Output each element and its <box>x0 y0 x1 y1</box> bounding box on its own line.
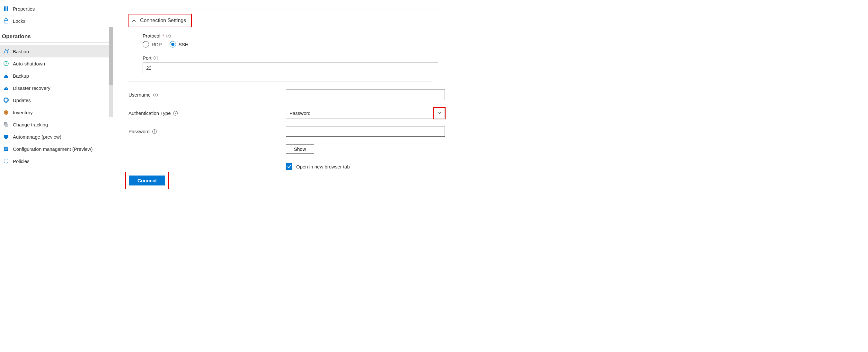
protocol-label: Protocol * i <box>143 33 868 38</box>
clock-icon <box>3 61 9 66</box>
sidebar-item-locks[interactable]: Locks <box>0 15 109 27</box>
svg-rect-8 <box>4 135 8 138</box>
sidebar-item-change-tracking[interactable]: Change tracking <box>0 118 109 131</box>
username-label: Username <box>128 92 151 98</box>
sidebar: Properties Locks Operations Bastion Auto… <box>0 0 109 352</box>
info-icon[interactable]: i <box>152 129 157 134</box>
radio-label: RDP <box>152 42 162 47</box>
sidebar-item-policies[interactable]: Policies <box>0 155 109 167</box>
sidebar-item-backup[interactable]: Backup <box>0 70 109 82</box>
divider <box>128 81 432 82</box>
port-label: Port i <box>143 55 868 61</box>
svg-rect-1 <box>5 6 6 11</box>
auth-type-row: Authentication Type i <box>128 108 868 118</box>
sidebar-item-label: Backup <box>13 73 29 79</box>
sidebar-item-properties[interactable]: Properties <box>0 3 109 15</box>
protocol-port-area: Protocol * i RDP SSH Port i <box>128 27 868 73</box>
svg-rect-12 <box>4 148 8 149</box>
main-content: Connection Settings Protocol * i RDP SSH… <box>116 0 868 352</box>
radio-label: SSH <box>179 42 189 47</box>
sidebar-item-label: Disaster recovery <box>13 85 51 91</box>
sidebar-item-updates[interactable]: Updates <box>0 94 109 106</box>
new-tab-row: Open in new browser tab <box>128 157 868 170</box>
sidebar-item-inventory[interactable]: Inventory <box>0 106 109 118</box>
sidebar-item-label: Bastion <box>13 49 29 54</box>
info-icon[interactable]: i <box>153 93 158 97</box>
sidebar-item-label: Automanage (preview) <box>13 134 61 140</box>
sidebar-item-label: Auto-shutdown <box>13 61 45 66</box>
svg-rect-13 <box>4 149 7 150</box>
svg-rect-7 <box>5 124 8 127</box>
auth-type-dropdown[interactable] <box>286 108 445 118</box>
sidebar-item-auto-shutdown[interactable]: Auto-shutdown <box>0 58 109 70</box>
svg-rect-9 <box>5 138 7 139</box>
check-icon <box>287 164 291 169</box>
svg-rect-0 <box>4 6 5 11</box>
connect-button[interactable]: Connect <box>129 176 165 185</box>
scrollbar[interactable] <box>109 27 113 117</box>
password-input[interactable] <box>286 126 445 137</box>
connection-settings-header[interactable]: Connection Settings <box>128 14 192 27</box>
new-tab-checkbox[interactable] <box>286 163 292 170</box>
sidebar-item-configuration-management[interactable]: Configuration management (Preview) <box>0 143 109 155</box>
sidebar-item-label: Change tracking <box>13 122 48 128</box>
sidebar-item-label: Updates <box>13 98 31 103</box>
properties-icon <box>3 6 9 11</box>
required-indicator: * <box>162 33 164 38</box>
sidebar-item-label: Configuration management (Preview) <box>13 146 93 152</box>
username-input[interactable] <box>286 90 445 100</box>
protocol-rdp-option[interactable]: RDP <box>143 41 162 47</box>
username-row: Username i <box>128 90 868 100</box>
radio-unselected-icon <box>143 41 149 47</box>
show-button-row: Show <box>128 144 868 154</box>
sidebar-section-operations: Operations <box>0 27 109 43</box>
sidebar-item-label: Inventory <box>13 110 33 115</box>
sidebar-item-disaster-recovery[interactable]: Disaster recovery <box>0 82 109 94</box>
config-icon <box>3 146 9 152</box>
credentials-area: Username i Authentication Type i <box>128 90 868 189</box>
sidebar-item-label: Policies <box>13 159 30 164</box>
password-row: Password i <box>128 126 868 137</box>
sidebar-item-automanage[interactable]: Automanage (preview) <box>0 131 109 143</box>
info-icon[interactable]: i <box>154 56 158 60</box>
sidebar-item-label: Locks <box>13 18 25 24</box>
protocol-ssh-option[interactable]: SSH <box>169 41 189 47</box>
info-icon[interactable]: i <box>166 34 170 38</box>
policies-icon <box>3 158 9 164</box>
sidebar-item-label: Properties <box>13 6 35 11</box>
new-tab-label: Open in new browser tab <box>296 164 350 169</box>
chevron-up-icon <box>132 19 135 23</box>
lock-icon <box>3 18 9 24</box>
svg-rect-11 <box>4 148 8 148</box>
inventory-icon <box>3 109 9 115</box>
protocol-radio-group: RDP SSH <box>143 41 868 47</box>
svg-rect-3 <box>4 21 8 23</box>
auth-type-label: Authentication Type <box>128 110 170 116</box>
recovery-icon <box>3 85 9 91</box>
updates-icon <box>3 97 9 103</box>
port-input[interactable] <box>143 63 438 73</box>
show-button[interactable]: Show <box>286 144 314 154</box>
bastion-icon <box>3 48 9 54</box>
svg-rect-2 <box>7 6 8 11</box>
radio-selected-icon <box>169 41 176 47</box>
backup-icon <box>3 73 9 79</box>
scrollbar-thumb[interactable] <box>109 27 113 85</box>
password-label: Password <box>128 129 150 134</box>
automanage-icon <box>3 134 9 140</box>
tracking-icon <box>3 121 9 128</box>
connect-button-highlight: Connect <box>125 172 169 189</box>
info-icon[interactable]: i <box>173 111 178 115</box>
section-header-label: Connection Settings <box>140 17 186 24</box>
sidebar-item-bastion[interactable]: Bastion <box>0 45 109 58</box>
